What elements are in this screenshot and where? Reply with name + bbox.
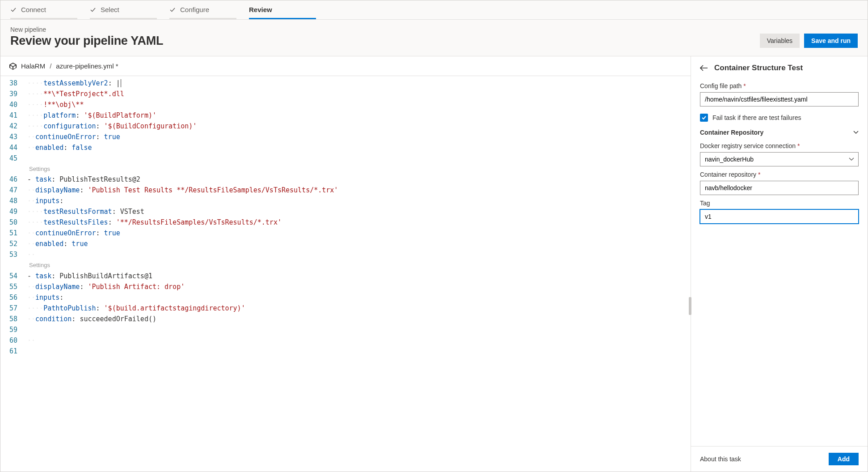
page-title: Review your pipeline YAML bbox=[10, 34, 163, 48]
line-content: - task: PublishBuildArtifacts@1 bbox=[25, 271, 152, 281]
panel-resize-handle[interactable] bbox=[689, 297, 691, 315]
code-line[interactable]: 45 bbox=[0, 153, 691, 164]
yaml-editor[interactable]: 38····testAssemblyVer2: |39····**\*TestP… bbox=[0, 76, 691, 472]
checkmark-icon bbox=[169, 7, 176, 13]
fail-task-checkbox-label: Fail task if there are test failures bbox=[712, 114, 801, 121]
panel-title: Container Structure Test bbox=[714, 64, 803, 72]
repo-icon bbox=[9, 63, 17, 70]
line-content: ····testResultsFormat: VSTest bbox=[25, 206, 144, 217]
code-line[interactable]: 55··displayName: 'Publish Artifact: drop… bbox=[0, 281, 691, 292]
code-line[interactable]: 44··enabled: false bbox=[0, 142, 691, 153]
chevron-down-icon bbox=[853, 131, 859, 134]
registry-connection-select[interactable] bbox=[700, 152, 859, 166]
code-line[interactable]: 49····testResultsFormat: VSTest bbox=[0, 206, 691, 217]
editor-column: HalaRM / azure-pipelines.yml * 38····tes… bbox=[0, 56, 691, 472]
line-content: ····testAssemblyVer2: | bbox=[25, 78, 121, 89]
code-line[interactable]: 59 bbox=[0, 324, 691, 335]
code-line[interactable]: 50····testResultsFiles: '**/ResultsFileS… bbox=[0, 217, 691, 228]
line-content bbox=[25, 346, 27, 357]
line-content: ··condition: succeededOrFailed() bbox=[25, 314, 156, 324]
code-line[interactable]: 38····testAssemblyVer2: | bbox=[0, 78, 691, 89]
checkmark-icon bbox=[701, 115, 707, 120]
back-arrow-icon[interactable] bbox=[700, 65, 708, 71]
registry-connection-label: Docker registry service connection * bbox=[700, 142, 859, 149]
code-line[interactable]: 56··inputs: bbox=[0, 292, 691, 303]
code-line[interactable]: 39····**\*TestProject*.dll bbox=[0, 89, 691, 99]
code-line[interactable]: 43··continueOnError: true bbox=[0, 132, 691, 142]
container-repository-section[interactable]: Container Repository bbox=[700, 129, 859, 136]
save-and-run-button[interactable]: Save and run bbox=[804, 34, 858, 48]
wizard-step-configure[interactable]: Configure bbox=[169, 6, 236, 19]
wizard-step-label: Review bbox=[249, 6, 272, 13]
line-content: - task: PublishTestResults@2 bbox=[25, 174, 140, 185]
breadcrumb: HalaRM / azure-pipelines.yml * bbox=[0, 56, 691, 76]
line-number: 61 bbox=[0, 346, 25, 357]
wizard-step-review[interactable]: Review bbox=[249, 6, 316, 19]
line-number: 55 bbox=[0, 281, 25, 292]
line-number: 46 bbox=[0, 174, 25, 185]
wizard-step-select[interactable]: Select bbox=[90, 6, 157, 19]
line-number: 41 bbox=[0, 110, 25, 121]
codelens-settings[interactable]: Settings bbox=[0, 164, 691, 174]
page-subtitle: New pipeline bbox=[10, 26, 163, 33]
line-number: 52 bbox=[0, 238, 25, 249]
code-line[interactable]: 47··displayName: 'Publish Test Results *… bbox=[0, 185, 691, 196]
line-number: 45 bbox=[0, 153, 25, 164]
code-line[interactable]: 42····configuration: '$(BuildConfigurati… bbox=[0, 121, 691, 132]
tag-label: Tag bbox=[700, 200, 859, 207]
add-button[interactable]: Add bbox=[829, 453, 859, 465]
code-line[interactable]: 57····PathtoPublish: '$(build.artifactst… bbox=[0, 303, 691, 314]
code-line[interactable]: 46- task: PublishTestResults@2 bbox=[0, 174, 691, 185]
line-content: ····testResultsFiles: '**/ResultsFileSam… bbox=[25, 217, 282, 228]
line-number: 51 bbox=[0, 228, 25, 238]
line-content: ··inputs: bbox=[25, 196, 63, 206]
wizard-step-label: Connect bbox=[21, 6, 46, 13]
line-number: 58 bbox=[0, 314, 25, 324]
code-line[interactable]: 60·· bbox=[0, 335, 691, 346]
text-caret bbox=[121, 79, 121, 87]
line-content: ····!**\obj\** bbox=[25, 99, 84, 110]
wizard-step-label: Configure bbox=[180, 6, 209, 13]
line-content: ·· bbox=[25, 335, 35, 346]
breadcrumb-separator: / bbox=[50, 62, 51, 70]
code-line[interactable]: 61 bbox=[0, 346, 691, 357]
line-number: 48 bbox=[0, 196, 25, 206]
line-number: 50 bbox=[0, 217, 25, 228]
code-line[interactable]: 52··enabled: true bbox=[0, 238, 691, 249]
breadcrumb-file[interactable]: azure-pipelines.yml * bbox=[56, 62, 118, 70]
line-content: ····configuration: '$(BuildConfiguration… bbox=[25, 121, 197, 132]
line-number: 57 bbox=[0, 303, 25, 314]
code-line[interactable]: 48··inputs: bbox=[0, 196, 691, 206]
task-assistant-panel: Container Structure Test Config file pat… bbox=[691, 56, 868, 472]
code-line[interactable]: 58··condition: succeededOrFailed() bbox=[0, 314, 691, 324]
container-repository-input[interactable] bbox=[700, 181, 859, 195]
codelens-settings[interactable]: Settings bbox=[0, 260, 691, 270]
line-number: 43 bbox=[0, 132, 25, 142]
container-repository-label: Container repository * bbox=[700, 171, 859, 178]
line-number: 38 bbox=[0, 78, 25, 89]
wizard-steps: ConnectSelectConfigureReview bbox=[0, 0, 868, 20]
code-line[interactable]: 41····platform: '$(BuildPlatform)' bbox=[0, 110, 691, 121]
code-line[interactable]: 53·· bbox=[0, 249, 691, 260]
line-content bbox=[25, 153, 27, 164]
line-number: 59 bbox=[0, 324, 25, 335]
tag-input[interactable] bbox=[700, 209, 859, 224]
code-line[interactable]: 51··continueOnError: true bbox=[0, 228, 691, 238]
code-line[interactable]: 40····!**\obj\** bbox=[0, 99, 691, 110]
line-number: 54 bbox=[0, 271, 25, 281]
wizard-step-label: Select bbox=[101, 6, 119, 13]
line-number: 56 bbox=[0, 292, 25, 303]
breadcrumb-repo[interactable]: HalaRM bbox=[21, 62, 45, 70]
fail-task-checkbox[interactable] bbox=[700, 114, 708, 122]
line-content: ··displayName: 'Publish Artifact: drop' bbox=[25, 281, 185, 292]
checkmark-icon bbox=[10, 7, 17, 13]
code-line[interactable]: 54- task: PublishBuildArtifacts@1 bbox=[0, 271, 691, 281]
config-file-path-input[interactable] bbox=[700, 92, 859, 106]
checkmark-icon bbox=[90, 7, 96, 13]
line-content: ··continueOnError: true bbox=[25, 228, 120, 238]
wizard-step-connect[interactable]: Connect bbox=[10, 6, 77, 19]
line-number: 53 bbox=[0, 249, 25, 260]
line-number: 42 bbox=[0, 121, 25, 132]
about-this-task-link[interactable]: About this task bbox=[700, 455, 741, 463]
variables-button[interactable]: Variables bbox=[760, 34, 800, 48]
